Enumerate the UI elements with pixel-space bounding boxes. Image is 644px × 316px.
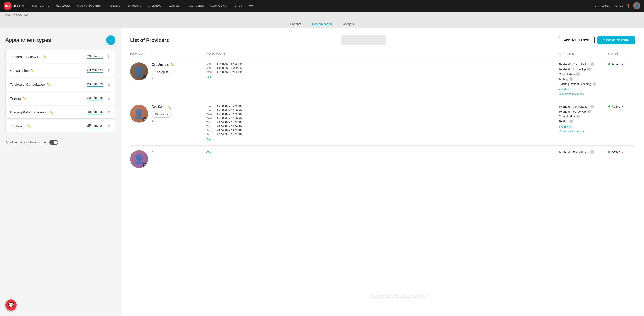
status-badge[interactable]: Active ▼ [608,62,635,66]
provider-name: Dr. Salk [152,105,166,109]
nav-item-dashboard[interactable]: DASHBOARD [30,3,52,8]
nav-item-calendar[interactable]: CALENDAR [145,3,165,8]
hour-time: 07:00 AM - 01:00 PM [217,121,242,124]
status-label: Active [612,150,620,154]
nav-item-forms[interactable]: FORMS [230,3,245,8]
appt-type-chip-name: Consultation [559,72,575,76]
add-insurance-button[interactable]: ADD INSURANCE [558,36,595,44]
edit-icon[interactable]: ✏️ [23,97,26,100]
add-appointment-type-button[interactable]: + [106,35,116,45]
remove-appt-type-button[interactable]: × [590,62,594,66]
chevron-down-icon: ▼ [170,71,172,73]
hour-time: 09:00 AM - 05:00 PM [217,105,242,108]
camera-icon[interactable]: 📷 [142,117,147,122]
camera-icon[interactable]: 📷 [142,163,147,167]
nav-item-campaigns[interactable]: CAMPAIGNS [208,3,229,8]
provider-role-dropdown[interactable]: Therapist ▼ [152,69,175,75]
edit-icon[interactable]: ✏️ [49,111,53,114]
edit-hours-link[interactable]: Edit [206,75,559,79]
customize-form-button[interactable]: CUSTOMIZE FORM [597,36,635,44]
remove-appt-type-button[interactable]: × [590,105,594,108]
nav-item-templates[interactable]: TEMPLATES [185,3,207,8]
remove-appt-type-button[interactable]: × [587,110,591,113]
hour-time: 07:00 AM - 02:00 PM [217,113,242,116]
appt-type-chip: Consultation × [559,72,608,76]
delete-icon[interactable]: 🗑 [107,82,111,86]
nav-item-messages[interactable]: MESSAGES [53,3,74,8]
delete-icon[interactable]: 🗑 [107,110,111,114]
nav-item-online-booking[interactable]: ONLINE BOOKING [75,3,104,8]
column-header-work-hours: WORK HOURS [206,52,559,55]
provider-col: 👤 📷 ID: [130,150,206,168]
add-appt-type-link[interactable]: + Add type [559,88,608,91]
hour-row: Wed 03:00 PM - 07:00 PM [206,117,559,120]
search-box[interactable] [341,35,386,45]
customize-insurance-link[interactable]: Customize insurance [559,130,608,133]
appt-type-chip: Testing × [559,77,608,81]
provider-role-dropdown[interactable]: Doctor ▼ [152,111,172,118]
delete-icon[interactable]: 🗑 [107,124,111,128]
edit-icon[interactable]: ✏️ [43,55,47,58]
provider-info: Dr. Salk ✏️ Doctor ▼ ID: [152,105,172,122]
provider-col: 👤 📷 Dr. Jones ✏️ Therapist ▼ ID: [130,62,206,80]
edit-icon[interactable]: ✏️ [27,125,31,128]
remove-appt-type-button[interactable]: × [593,82,596,86]
appointment-types-toggle[interactable] [49,140,58,145]
appt-type-chip: Telehealth Consultation × [559,150,608,154]
status-dot [608,151,610,153]
list-item: Testing ✏️ 20 minutes 🗑 [6,92,116,105]
logo[interactable]: nex health [4,2,24,10]
remove-appt-type-button[interactable]: × [590,150,594,154]
hour-day: Mon [206,62,214,66]
status-chevron-icon: ▼ [622,105,624,108]
appt-types-list: Telehealth Consultation × Telehealth Fol… [559,62,608,96]
user-avatar[interactable]: 👤 [633,2,640,9]
hour-row: Thu 07:00 AM - 01:00 PM [206,121,559,124]
provider-edit-icon[interactable]: ✏️ [171,63,174,66]
work-hours-col: Add [206,150,559,153]
edit-icon[interactable]: ✏️ [47,83,50,86]
status-chevron-icon: ▼ [622,151,624,153]
column-header-provider: PROVIDER [130,52,206,55]
nav-more-button[interactable]: ••• [246,2,256,10]
nav-item-patients[interactable]: PATIENTS [105,3,123,8]
hour-time: 09:00 AM - 08:00 PM [217,133,242,136]
remove-appt-type-button[interactable]: × [576,72,580,76]
hour-day: Mon [206,66,214,70]
delete-icon[interactable]: 🗑 [107,55,111,59]
add-hours-link[interactable]: Add [206,150,559,153]
nav-item-payments[interactable]: PAYMENTS [124,3,144,8]
chat-bubble-button[interactable]: 💬 [6,300,16,311]
tab-patients[interactable]: Patients [289,20,302,28]
appt-type-chip: Existing Patient Cleaning × [559,82,608,86]
appt-type-chip: Telehealth Follow Up × [559,67,608,71]
edit-icon[interactable]: ✏️ [30,69,34,72]
add-appt-type-link[interactable]: + Add type [559,125,608,129]
column-header-appt-type: APPT TYPE [559,52,608,55]
provider-photo: 👤 📷 [130,62,148,80]
remove-appt-type-button[interactable]: × [569,120,573,123]
remove-appt-type-button[interactable]: × [569,77,573,81]
table-headers: PROVIDER WORK HOURS APPT TYPE STATUS [130,51,635,57]
hour-row: Thu 02:00 PM - 06:00 PM [206,125,559,128]
chevron-down-icon: ▼ [166,113,168,116]
appt-types-col: Telehealth Consultation × Telehealth Fol… [559,62,608,96]
provider-role-label: Therapist [155,70,168,74]
edit-hours-link[interactable]: Edit [206,138,559,141]
tab-customization[interactable]: Customization [311,20,333,28]
tab-widgets[interactable]: Widgets [342,20,355,28]
status-badge[interactable]: Active ▼ [608,105,635,108]
remove-appt-type-button[interactable]: × [587,67,591,71]
provider-edit-icon[interactable]: ✏️ [167,105,171,109]
appt-type-name: Testing [10,96,21,100]
nav-item-waitlist[interactable]: WAITLIST [166,3,184,8]
remove-appt-type-button[interactable]: × [576,115,580,118]
status-badge[interactable]: Active ▼ [608,150,635,154]
location-icon[interactable]: 📍 [626,4,630,8]
delete-icon[interactable]: 🗑 [107,96,111,100]
delete-icon[interactable]: 🗑 [107,68,111,72]
appt-duration: 45 minutes [88,110,103,114]
customize-insurance-link[interactable]: Customize insurance [559,92,608,96]
appt-type-name: Telehealth Follow Up [10,55,41,59]
camera-icon[interactable]: 📷 [142,75,147,79]
